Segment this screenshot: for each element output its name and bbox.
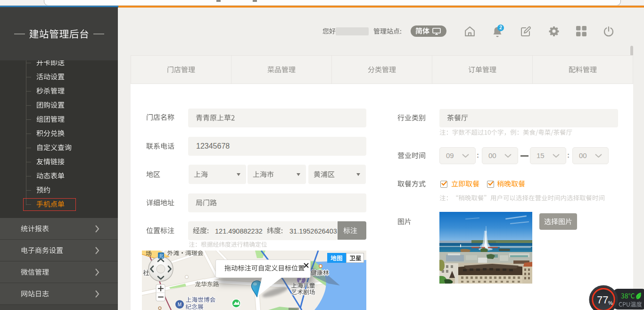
svg-text:M: M bbox=[178, 302, 182, 307]
